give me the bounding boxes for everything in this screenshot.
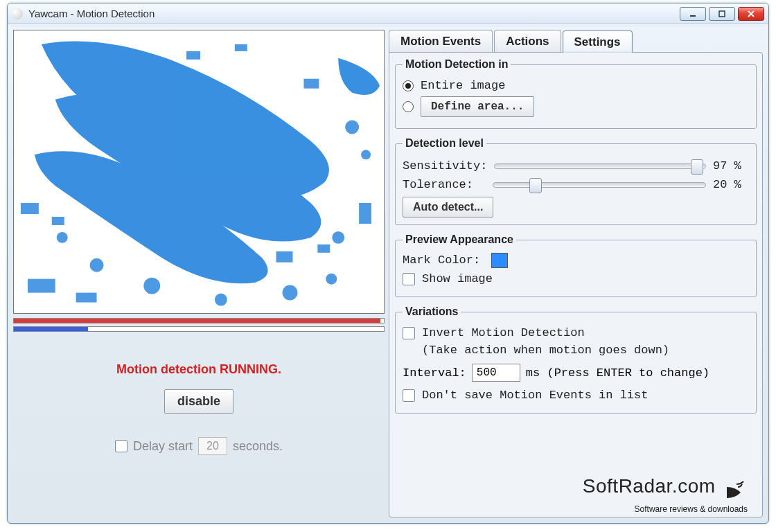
svg-point-12 [283,285,298,301]
level-bars [13,318,385,335]
variations-legend: Variations [403,305,461,318]
tab-actions[interactable]: Actions [494,30,561,52]
delay-suffix: seconds. [233,439,283,454]
preview-appearance-group: Preview Appearance Mark Color: Show imag… [395,233,757,297]
invert-detection-label: Invert Motion Detection [422,326,585,339]
svg-point-11 [215,294,227,306]
delay-start-checkbox[interactable] [115,440,127,452]
show-image-label: Show image [422,272,493,285]
maximize-button[interactable] [709,7,735,21]
disable-button[interactable]: disable [164,389,233,414]
svg-rect-21 [52,217,64,225]
app-icon [12,8,23,19]
interval-input[interactable] [472,364,520,382]
delay-prefix: Delay start [133,439,193,454]
delay-start-row: Delay start seconds. [13,437,385,455]
titlebar: Yawcam - Motion Detection [8,3,768,24]
svg-rect-20 [21,203,39,214]
sensitivity-thumb[interactable] [691,159,703,175]
detection-level-legend: Detection level [403,137,486,150]
dont-save-checkbox[interactable] [403,389,415,402]
svg-rect-14 [28,279,55,293]
radio-entire-label: Entire image [421,79,505,92]
motion-preview [13,30,385,314]
svg-rect-15 [76,293,97,303]
tolerance-slider[interactable] [493,182,706,188]
svg-rect-17 [235,44,247,51]
radio-entire-image[interactable] [403,80,414,91]
svg-point-7 [332,231,344,244]
left-panel: Motion detection RUNNING. disable Delay … [13,30,385,517]
tab-motion-events[interactable]: Motion Events [389,30,493,52]
detection-in-group: Motion Detection in Entire image Define … [395,58,757,129]
tolerance-thumb[interactable] [529,178,542,193]
interval-label: Interval: [403,366,466,380]
tolerance-label: Tolerance: [403,178,486,191]
svg-rect-1 [719,11,725,17]
svg-point-10 [143,278,160,294]
tolerance-value: 20 % [713,178,749,191]
app-window: Yawcam - Motion Detection [7,3,769,524]
sensitivity-label: Sensitivity: [403,159,487,172]
show-image-checkbox[interactable] [403,273,415,285]
window-title: Yawcam - Motion Detection [28,8,680,19]
svg-rect-16 [186,51,200,60]
mark-color-swatch[interactable] [491,253,508,268]
right-panel: Motion Events Actions Settings Motion De… [389,30,763,517]
minimize-button[interactable] [680,7,706,21]
sensitivity-value: 97 % [713,159,749,172]
mark-color-label: Mark Color: [403,254,480,267]
define-area-button[interactable]: Define area... [421,96,534,117]
detection-level-group: Detection level Sensitivity: 97 % Tolera… [395,137,757,225]
svg-rect-22 [276,251,293,263]
svg-rect-23 [317,245,330,253]
svg-point-6 [361,150,371,159]
close-button[interactable] [738,7,764,21]
svg-point-8 [57,232,68,243]
settings-panel: Motion Detection in Entire image Define … [389,52,763,517]
tab-settings[interactable]: Settings [563,30,633,53]
red-bar [14,319,380,323]
status-text: Motion detection RUNNING. [13,362,385,377]
auto-detect-button[interactable]: Auto detect... [403,197,493,218]
invert-detection-checkbox[interactable] [403,327,415,339]
interval-suffix: ms (Press ENTER to change) [526,366,709,380]
dont-save-label: Don't save Motion Events in list [422,389,648,402]
variations-group: Variations Invert Motion Detection (Take… [395,305,757,414]
svg-point-13 [326,274,337,285]
svg-rect-18 [303,79,319,89]
sensitivity-slider[interactable] [494,163,706,169]
invert-detection-sub: (Take action when motion goes down) [422,344,749,357]
svg-point-9 [90,258,104,272]
delay-seconds-input[interactable] [198,437,227,455]
detection-in-legend: Motion Detection in [403,58,511,71]
svg-point-5 [345,121,359,134]
svg-rect-19 [359,203,371,224]
radio-define-area[interactable] [403,101,414,112]
blue-bar [14,327,88,331]
preview-appearance-legend: Preview Appearance [403,233,516,246]
